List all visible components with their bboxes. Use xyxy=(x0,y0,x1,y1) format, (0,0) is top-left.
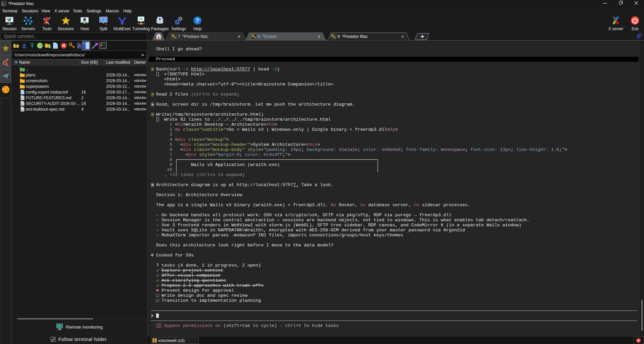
svg-text:A: A xyxy=(78,44,81,48)
svg-text:?: ? xyxy=(196,17,199,24)
